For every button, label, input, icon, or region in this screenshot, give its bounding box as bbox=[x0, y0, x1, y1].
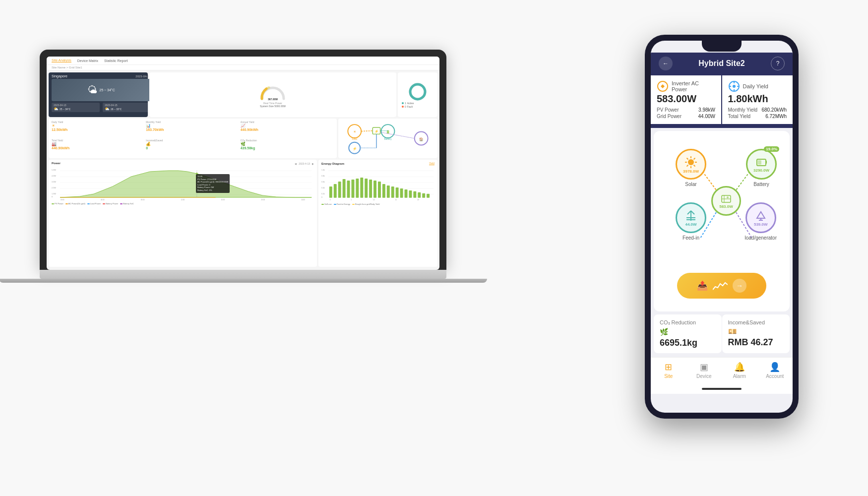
svg-text:10: 10 bbox=[373, 199, 375, 201]
svg-rect-95 bbox=[758, 160, 761, 165]
bar-legend-buy: Bought from grid/Daily Yield bbox=[355, 203, 379, 205]
bar-chart-tab-yield[interactable]: Yield bbox=[429, 162, 434, 165]
nav-alarm[interactable]: 🔔 Alarm bbox=[722, 362, 757, 379]
battery-percentage: 19.0% bbox=[764, 146, 779, 152]
bar-chart-tabs[interactable]: Yield bbox=[429, 162, 434, 165]
action-button[interactable]: 📤 → bbox=[677, 273, 766, 299]
nav-site[interactable]: ⊞ Site bbox=[651, 362, 686, 379]
chart-legend: PV Power AC Power(On-grid) Load Power Ba… bbox=[52, 202, 314, 205]
income-title: Income&Saved bbox=[728, 319, 784, 325]
yield-total-icon: 🏭 bbox=[52, 142, 145, 146]
nav-device[interactable]: ▣ Device bbox=[686, 362, 722, 379]
svg-text:20: 20 bbox=[417, 199, 419, 201]
power-chart-date-nav[interactable]: ◀ 2023-4-13 ▶ bbox=[295, 162, 314, 165]
nav-device-label: Device bbox=[696, 373, 712, 379]
svg-point-1 bbox=[410, 84, 425, 99]
total-yield-value: 6.72MWh bbox=[765, 114, 787, 119]
yield-icon bbox=[728, 80, 740, 92]
inverter-sub-row: PV Power 3.98kW Grid Power 44.00W bbox=[657, 107, 715, 119]
yield-monthly-value: 163.70kWh bbox=[146, 128, 239, 131]
svg-rect-50 bbox=[351, 180, 354, 198]
svg-text:5.0W: 5.0W bbox=[52, 169, 56, 171]
energy-flow-mini: ☀ Solar 🔋 Battery ⚡ bbox=[338, 119, 437, 158]
svg-text:Battery: Battery bbox=[384, 138, 392, 140]
energy-flow-section: 3978.0W Solar 19.0% bbox=[654, 131, 790, 311]
solar-node: 3978.0W Solar bbox=[676, 149, 706, 187]
phone-screen: ← Hybrid Site2 ? bbox=[651, 41, 793, 413]
battery-circle: 19.0% 3290.0W bbox=[746, 149, 777, 180]
status-info: 1 Active 0 Fault bbox=[400, 102, 435, 108]
legend-pv: PV Power bbox=[55, 202, 63, 205]
status-fault-label: Fault bbox=[407, 105, 413, 108]
bar-chart-svg: 1.0k 0.8k 0.6k 0.4k 0.2k 0 bbox=[321, 166, 434, 201]
svg-text:5: 5 bbox=[351, 199, 352, 201]
nav-site-analysis[interactable]: Site Analysis bbox=[52, 59, 71, 62]
nav-site-label: Site bbox=[664, 373, 673, 379]
inverter-node: 583.0W bbox=[711, 186, 741, 216]
svg-rect-47 bbox=[338, 182, 341, 198]
feedin-label: Feed-in bbox=[682, 235, 699, 241]
status-fault-count: 0 bbox=[405, 105, 406, 108]
nav-site-icon: ⊞ bbox=[665, 362, 672, 372]
load-node: 539.0W load/generator bbox=[745, 202, 777, 241]
grid-power-row: Grid Power 44.00W bbox=[657, 114, 715, 119]
legend-load: Load Power bbox=[90, 202, 101, 205]
yield-monthly-icon: 📊 bbox=[146, 124, 239, 128]
yield-annual-value: 440.90kWh bbox=[241, 128, 334, 131]
svg-rect-61 bbox=[400, 188, 403, 198]
load-value: 539.0W bbox=[754, 222, 768, 227]
inverter-icon bbox=[657, 80, 669, 92]
svg-point-84 bbox=[688, 159, 694, 165]
svg-text:0.2k: 0.2k bbox=[321, 193, 325, 195]
svg-text:1.0W: 1.0W bbox=[52, 192, 56, 195]
solar-value: 3978.0W bbox=[683, 169, 699, 174]
svg-rect-56 bbox=[378, 182, 381, 198]
income-card: Income&Saved 💴 RMB 46.27 bbox=[722, 314, 790, 353]
svg-text:☀: ☀ bbox=[353, 130, 356, 133]
co2-icon: 🌿 bbox=[660, 328, 716, 336]
svg-rect-58 bbox=[387, 186, 390, 198]
dashboard: Site Analysis Device Matrix Statistic Re… bbox=[47, 57, 439, 270]
co2-card: CO₂ Reduction 🌿 6695.1kg bbox=[654, 314, 722, 353]
phone-outer: ← Hybrid Site2 ? bbox=[645, 35, 799, 419]
feedin-circle: 44.0W bbox=[676, 202, 706, 233]
yield-income-icon: 💰 bbox=[146, 142, 239, 146]
weather-location: Singapore bbox=[52, 74, 67, 78]
help-button[interactable]: ? bbox=[771, 57, 785, 70]
nav-device-matrix[interactable]: Device Matrix bbox=[77, 59, 98, 62]
total-yield-row: Total Yield 6.72MWh bbox=[728, 114, 787, 119]
svg-rect-54 bbox=[369, 180, 372, 198]
svg-rect-55 bbox=[373, 181, 376, 198]
power-chart-svg: 5.0W 4.0W 3.0W 2.0W 1.0W 0 bbox=[52, 167, 314, 199]
breadcrumb: Site Name > Grid Site1 bbox=[47, 65, 439, 70]
yield-icon-row: Daily Yield bbox=[728, 80, 787, 92]
inverter-ac-card: Inverter AC Power 583.00W PV Power 3.98k… bbox=[651, 75, 721, 124]
battery-node: 19.0% 3290.0W Battery bbox=[746, 149, 777, 187]
nav-account[interactable]: 👤 Account bbox=[757, 362, 793, 379]
svg-line-92 bbox=[687, 165, 688, 166]
back-button[interactable]: ← bbox=[659, 57, 673, 70]
daily-yield-value: 1.80kWh bbox=[728, 93, 787, 104]
pv-power-row: PV Power 3.98kW bbox=[657, 107, 715, 113]
ring-svg bbox=[408, 82, 428, 102]
nav-alarm-icon: 🔔 bbox=[734, 362, 745, 372]
svg-text:⚡: ⚡ bbox=[353, 146, 357, 151]
energy-flow-mini-svg: ☀ Solar 🔋 Battery ⚡ bbox=[340, 121, 435, 156]
co2-title: CO₂ Reduction bbox=[660, 319, 716, 326]
inverter-icon-row: Inverter AC Power bbox=[657, 80, 715, 92]
nav-statistic-report[interactable]: Statistic Report bbox=[104, 59, 127, 62]
yield-cards: Daily Yield ☀ 12.50kWh Monthly Yield 📊 1… bbox=[49, 119, 337, 158]
svg-rect-65 bbox=[418, 192, 421, 198]
svg-text:0: 0 bbox=[321, 196, 322, 198]
laptop-base bbox=[40, 270, 446, 279]
action-arrow[interactable]: → bbox=[733, 279, 746, 293]
phone: ← Hybrid Site2 ? bbox=[645, 35, 799, 419]
power-chart-card: Power ◀ 2023-4-13 ▶ 5.0W 4.0 bbox=[49, 160, 317, 267]
svg-rect-57 bbox=[382, 184, 385, 198]
nav-account-label: Account bbox=[766, 373, 784, 379]
bar-chart-header: Energy Diagram Yield bbox=[321, 162, 434, 165]
yield-income: Income&Saved 💰 0 bbox=[146, 139, 239, 156]
weather-temp-today: 25 ~ 34°C bbox=[99, 88, 115, 92]
svg-rect-48 bbox=[343, 179, 346, 198]
solar-circle: 3978.0W bbox=[676, 149, 706, 180]
